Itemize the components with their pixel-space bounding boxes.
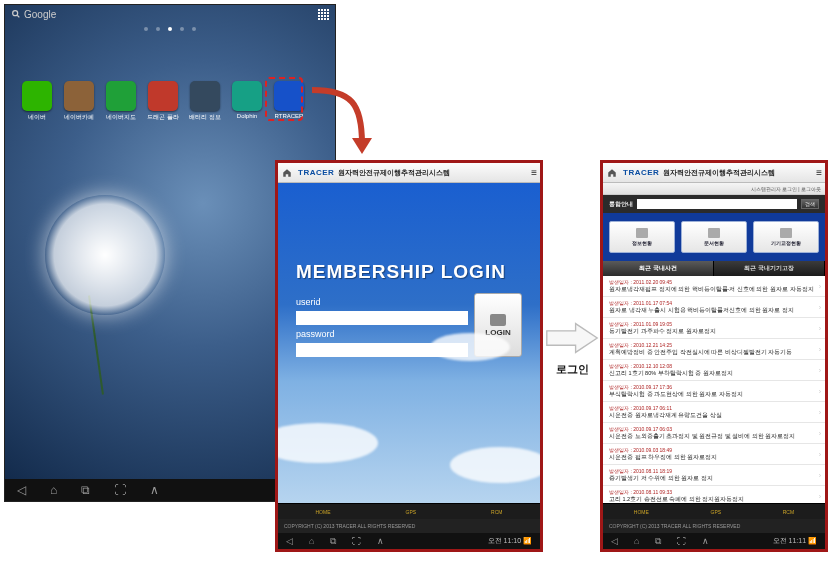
app-label: Dolphin [237, 113, 257, 119]
app-icon-map[interactable]: 네이버지도 [103, 81, 139, 123]
footer-rcm[interactable]: RCM [491, 509, 502, 515]
up-icon[interactable]: ∧ [702, 536, 709, 546]
svg-point-0 [13, 11, 18, 16]
news-title: 고리 1.2호기 송전선로 숙폐에 의한 정지원자동정지 [609, 496, 819, 503]
dash-card[interactable]: 정보현황 [609, 221, 675, 253]
dragon-tile [148, 81, 178, 111]
recent-icon[interactable]: ⧉ [81, 483, 90, 497]
back-icon[interactable]: ◁ [611, 536, 618, 546]
home-icon[interactable]: ⌂ [309, 536, 314, 546]
news-title: 신고리 1호기 80% 부하탈락시험 중 원자로정지 [609, 370, 819, 377]
app-icon-batt[interactable]: 배터리 정보 [187, 81, 223, 123]
tracer-logo: TRACER [298, 168, 334, 177]
footer-gps[interactable]: GPS [406, 509, 417, 515]
app-icon-cafe[interactable]: 네이버카페 [61, 81, 97, 123]
app-label: 드래곤 플라 [147, 113, 179, 122]
news-item[interactable]: 발생일자 : 2011.01.17 07:54원자로 냉각재 누출시 시험용 핵… [603, 297, 825, 318]
chevron-right-icon: › [819, 493, 821, 500]
userid-input[interactable] [296, 311, 468, 325]
news-item[interactable]: 발생일자 : 2010.09.17 06:11시운전중 원자로냉각재계 유량도건… [603, 402, 825, 423]
dash-card[interactable]: 기기교정현황 [753, 221, 819, 253]
screenshot-icon[interactable]: ⛶ [352, 536, 361, 546]
screenshot-icon[interactable]: ⛶ [114, 483, 126, 497]
login-panel: TRACER 원자력안전규제이행추적관리시스템 ≡ MEMBERSHIP LOG… [275, 160, 543, 552]
footer-gps[interactable]: GPS [711, 509, 722, 515]
dash-logout-link[interactable]: 로그아웃 [801, 186, 821, 192]
dash-breadcrumb: 시스템관리자 로그인 [751, 186, 797, 192]
recent-icon[interactable]: ⧉ [330, 536, 336, 547]
search-input[interactable] [637, 199, 797, 209]
news-item[interactable]: 발생일자 : 2010.09.03 18:49시운전중 펌프 하우징에 의한 원… [603, 444, 825, 465]
search-button[interactable]: 검색 [801, 199, 819, 209]
home-icon[interactable]: ⌂ [634, 536, 639, 546]
news-date: 발생일자 : 2010.12.10 12:08 [609, 363, 819, 369]
news-item[interactable]: 발생일자 : 2011.02.20 09:45원자로냉각재펌프 정지에 의한 핵… [603, 276, 825, 297]
back-icon[interactable]: ◁ [17, 483, 26, 497]
dash-breadcrumb-bar: 시스템관리자 로그인 | 로그아웃 [603, 183, 825, 195]
footer-rcm[interactable]: RCM [783, 509, 794, 515]
login-header: TRACER 원자력안전규제이행추적관리시스템 ≡ [278, 163, 540, 183]
news-date: 발생일자 : 2010.12.21 14:25 [609, 342, 819, 348]
apps-drawer-icon[interactable] [318, 9, 329, 20]
news-item[interactable]: 발생일자 : 2010.09.17 06:03시운전중 노외중출기 초과정지 및… [603, 423, 825, 444]
app-icon-naver[interactable]: 네이버 [19, 81, 55, 123]
login-copyright-row: COPYRIGHT (C) 2013 TRACER ALL RIGHTS RES… [278, 519, 540, 533]
news-title: 부식탈락시험 중 과도현상에 의한 원자로 자동정지 [609, 391, 819, 398]
login-header-title: 원자력안전규제이행추적관리시스템 [338, 168, 450, 178]
dash-copyright-row: COPYRIGHT (C) 2013 TRACER ALL RIGHTS RES… [603, 519, 825, 533]
dash-footer-links: HOME GPS RCM [603, 503, 825, 519]
card-icon [780, 228, 792, 238]
dash-copyright: COPYRIGHT (C) 2013 TRACER ALL RIGHTS RES… [609, 523, 740, 529]
app-icon-dolphin[interactable]: Dolphin [229, 81, 265, 123]
dash-tab[interactable]: 최근 국내사건 [603, 261, 714, 276]
card-label: 정보현황 [632, 240, 652, 246]
dash-clock: 오전 11:11 📶 [773, 536, 817, 546]
news-date: 발생일자 : 2011.01.17 07:54 [609, 300, 819, 306]
up-icon[interactable]: ∧ [377, 536, 384, 546]
footer-home[interactable]: HOME [634, 509, 649, 515]
news-item[interactable]: 발생일자 : 2010.12.10 12:08신고리 1호기 80% 부하탈락시… [603, 360, 825, 381]
chevron-right-icon: › [819, 451, 821, 458]
app-label: 네이버지도 [106, 113, 136, 122]
back-icon[interactable]: ◁ [286, 536, 293, 546]
cafe-tile [64, 81, 94, 111]
news-title: 증기발생기 저 수위에 의한 원자로 정지 [609, 475, 819, 482]
recent-icon[interactable]: ⧉ [655, 536, 661, 547]
login-footer-links: HOME GPS RCM [278, 503, 540, 519]
wallpaper-dandelion [15, 175, 235, 395]
app-icon-row: 네이버네이버카페네이버지도드래곤 플라배터리 정보DolphinRTRACER [19, 81, 307, 123]
google-label: Google [24, 9, 56, 20]
search-icon [11, 9, 21, 19]
home-icon[interactable] [282, 168, 292, 178]
news-date: 발생일자 : 2010.08.11 09:33 [609, 489, 819, 495]
chevron-right-icon: › [819, 409, 821, 416]
news-title: 원자로냉각재펌프 정지에 의한 핵비등이탈률-저 신호에 의한 원자로 자동정지 [609, 286, 819, 293]
search-label: 통합안내 [609, 200, 633, 209]
login-clock: 오전 11:10 📶 [488, 536, 532, 546]
news-item[interactable]: 발생일자 : 2010.09.17 17:36부식탈락시험 중 과도현상에 의한… [603, 381, 825, 402]
news-title: 원자로 냉각재 누출시 시험용 핵비등이탈률저신호에 의한 원자로 정지 [609, 307, 819, 314]
news-item[interactable]: 발생일자 : 2010.08.11 09:33고리 1.2호기 송전선로 숙폐에… [603, 486, 825, 503]
batt-tile [190, 81, 220, 111]
up-icon[interactable]: ∧ [150, 483, 159, 497]
home-pager-dots [5, 27, 335, 31]
rtracer-tile [274, 81, 304, 111]
app-label: 네이버카페 [64, 113, 94, 122]
chevron-right-icon: › [819, 346, 821, 353]
login-android-nav: ◁ ⌂ ⧉ ⛶ ∧ 오전 11:10 📶 [278, 533, 540, 549]
menu-icon[interactable]: ≡ [531, 167, 536, 178]
dash-tab[interactable]: 최근 국내기기고장 [714, 261, 825, 276]
footer-home[interactable]: HOME [316, 509, 331, 515]
google-search-widget[interactable]: Google [11, 9, 56, 20]
menu-icon[interactable]: ≡ [816, 167, 821, 178]
news-item[interactable]: 발생일자 : 2010.12.21 14:25계획예방정비 중 안전주입 작전실… [603, 339, 825, 360]
card-icon [636, 228, 648, 238]
home-icon[interactable]: ⌂ [50, 483, 57, 497]
screenshot-icon[interactable]: ⛶ [677, 536, 686, 546]
news-item[interactable]: 발생일자 : 2010.08.11 18:19증기발생기 저 수위에 의한 원자… [603, 465, 825, 486]
dash-card[interactable]: 문서현황 [681, 221, 747, 253]
news-item[interactable]: 발생일자 : 2011.01.09 19:05동기발전기 과주파수 정지로 원자… [603, 318, 825, 339]
home-icon[interactable] [607, 168, 617, 178]
tracer-logo: TRACER [623, 168, 659, 177]
app-icon-dragon[interactable]: 드래곤 플라 [145, 81, 181, 123]
